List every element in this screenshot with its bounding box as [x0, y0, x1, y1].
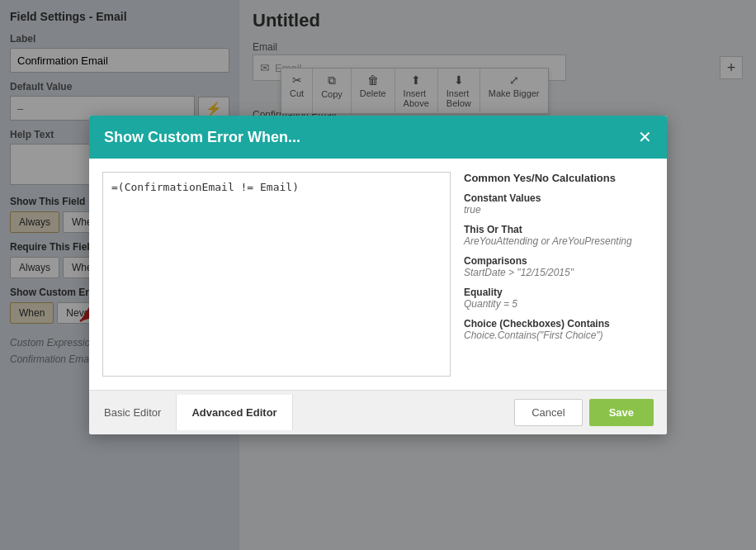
modal-close-button[interactable]: ✕: [638, 127, 652, 147]
footer-actions: Cancel Save: [501, 391, 667, 434]
calc-choice-title: Choice (Checkboxes) Contains: [464, 318, 654, 330]
modal-body: =(ConfirmationEmail != Email) Common Yes…: [89, 159, 667, 390]
calc-constant-title: Constant Values: [464, 192, 654, 204]
calc-equality-value: Quantity = 5: [464, 298, 654, 310]
calc-item-equality: Equality Quantity = 5: [464, 287, 654, 310]
calc-item-this-or-that: This Or That AreYouAttending or AreYouPr…: [464, 224, 654, 247]
calc-help-title: Common Yes/No Calculations: [464, 172, 654, 184]
modal-footer: Basic Editor Advanced Editor Cancel Save: [89, 390, 667, 434]
calc-equality-title: Equality: [464, 287, 654, 298]
save-button[interactable]: Save: [589, 399, 654, 426]
modal-overlay: Show Custom Error When... ✕ =(Confirmati…: [0, 0, 756, 550]
modal-dialog: Show Custom Error When... ✕ =(Confirmati…: [89, 116, 667, 434]
calc-this-or-that-title: This Or That: [464, 224, 654, 235]
modal-header: Show Custom Error When... ✕: [89, 116, 667, 159]
expression-editor[interactable]: =(ConfirmationEmail != Email): [102, 172, 451, 377]
cancel-button[interactable]: Cancel: [514, 399, 582, 426]
calc-this-or-that-value: AreYouAttending or AreYouPresenting: [464, 235, 654, 247]
calc-help-panel: Common Yes/No Calculations Constant Valu…: [464, 172, 654, 377]
calc-comparisons-value: StartDate > "12/15/2015": [464, 267, 654, 278]
calc-item-constant: Constant Values true: [464, 192, 654, 216]
modal-title: Show Custom Error When...: [104, 129, 300, 146]
basic-editor-tab[interactable]: Basic Editor: [89, 395, 177, 430]
calc-comparisons-title: Comparisons: [464, 255, 654, 267]
calc-choice-value: Choice.Contains("First Choice"): [464, 330, 654, 341]
calc-item-comparisons: Comparisons StartDate > "12/15/2015": [464, 255, 654, 278]
advanced-editor-tab[interactable]: Advanced Editor: [177, 395, 292, 430]
calc-item-choice: Choice (Checkboxes) Contains Choice.Cont…: [464, 318, 654, 341]
calc-constant-value: true: [464, 204, 654, 216]
